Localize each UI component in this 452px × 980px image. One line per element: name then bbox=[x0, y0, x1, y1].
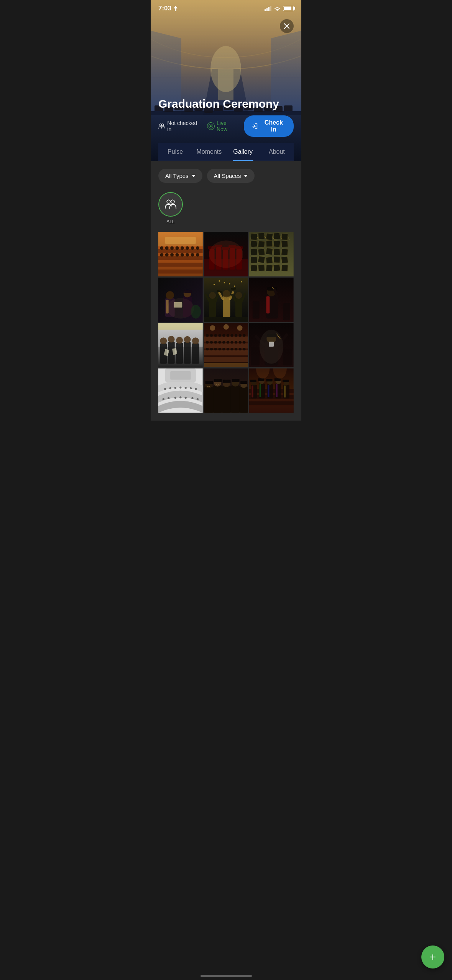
svg-point-52 bbox=[186, 253, 189, 257]
tab-gallery[interactable]: Gallery bbox=[226, 143, 260, 161]
svg-point-173 bbox=[210, 341, 213, 344]
svg-point-128 bbox=[224, 282, 225, 283]
svg-rect-94 bbox=[274, 265, 281, 271]
svg-point-176 bbox=[222, 341, 225, 344]
signal-icon bbox=[265, 6, 271, 11]
photo-item[interactable] bbox=[204, 232, 248, 276]
svg-rect-81 bbox=[251, 249, 257, 255]
svg-point-186 bbox=[222, 348, 225, 350]
svg-rect-112 bbox=[209, 298, 216, 317]
event-title: Graduation Ceremony bbox=[158, 97, 294, 111]
svg-rect-252 bbox=[258, 378, 264, 381]
svg-point-50 bbox=[175, 253, 179, 257]
svg-point-53 bbox=[191, 253, 194, 257]
svg-point-213 bbox=[179, 386, 181, 388]
svg-rect-227 bbox=[222, 386, 231, 413]
svg-point-174 bbox=[214, 341, 217, 344]
svg-rect-204 bbox=[251, 347, 260, 366]
status-bar: 7:03 bbox=[151, 0, 301, 17]
event-meta: Not checked in Live Now Check In bbox=[158, 115, 294, 137]
photo-item[interactable] bbox=[204, 278, 248, 322]
svg-point-183 bbox=[210, 348, 213, 350]
svg-rect-237 bbox=[223, 380, 230, 383]
svg-point-194 bbox=[223, 324, 228, 330]
svg-point-206 bbox=[260, 330, 283, 364]
svg-point-188 bbox=[230, 348, 233, 350]
photo-grid bbox=[158, 232, 294, 413]
svg-point-162 bbox=[206, 334, 209, 337]
svg-point-211 bbox=[169, 387, 171, 389]
spaces-filter[interactable]: All Spaces bbox=[207, 169, 255, 183]
svg-point-168 bbox=[230, 334, 233, 337]
svg-point-41 bbox=[170, 246, 174, 250]
battery-icon bbox=[283, 6, 294, 11]
tab-about[interactable]: About bbox=[260, 143, 294, 161]
svg-point-171 bbox=[243, 334, 245, 337]
svg-point-123 bbox=[235, 292, 242, 299]
svg-point-216 bbox=[195, 388, 197, 390]
svg-rect-82 bbox=[258, 249, 265, 256]
svg-rect-75 bbox=[281, 233, 288, 240]
svg-rect-7 bbox=[218, 69, 233, 100]
svg-rect-229 bbox=[239, 387, 248, 413]
gallery-content: All Types All Spaces ALL bbox=[151, 161, 301, 421]
category-all[interactable]: ALL bbox=[158, 192, 183, 224]
types-filter[interactable]: All Types bbox=[158, 169, 202, 183]
svg-rect-248 bbox=[250, 380, 256, 382]
svg-rect-254 bbox=[268, 385, 269, 397]
svg-rect-139 bbox=[266, 296, 270, 313]
photo-item[interactable] bbox=[249, 368, 294, 413]
svg-point-185 bbox=[218, 348, 221, 350]
svg-rect-205 bbox=[283, 349, 292, 365]
svg-point-180 bbox=[238, 341, 241, 344]
photo-item[interactable] bbox=[158, 323, 203, 367]
svg-point-51 bbox=[181, 253, 184, 257]
svg-point-218 bbox=[168, 397, 169, 399]
svg-rect-140 bbox=[253, 301, 260, 318]
svg-point-132 bbox=[241, 281, 242, 283]
svg-point-127 bbox=[214, 284, 215, 285]
svg-point-32 bbox=[171, 200, 174, 203]
chevron-down-icon bbox=[244, 175, 248, 177]
svg-point-42 bbox=[175, 246, 179, 250]
svg-rect-147 bbox=[184, 342, 191, 364]
svg-point-169 bbox=[235, 334, 237, 337]
svg-rect-77 bbox=[258, 241, 265, 247]
svg-rect-161 bbox=[204, 357, 248, 362]
svg-rect-95 bbox=[281, 265, 288, 271]
tab-moments[interactable]: Moments bbox=[192, 143, 226, 161]
photo-item[interactable] bbox=[249, 278, 294, 322]
svg-rect-246 bbox=[252, 385, 253, 397]
photo-item[interactable] bbox=[158, 368, 203, 413]
svg-point-172 bbox=[206, 341, 209, 344]
svg-rect-122 bbox=[235, 298, 242, 317]
hero-section: 7:03 Gr bbox=[151, 0, 301, 161]
svg-rect-238 bbox=[232, 379, 240, 382]
check-in-status: Not checked in bbox=[158, 120, 202, 132]
svg-point-39 bbox=[160, 246, 163, 250]
check-in-button[interactable]: Check In bbox=[244, 115, 294, 137]
photo-item[interactable] bbox=[158, 278, 203, 322]
photo-item[interactable] bbox=[204, 323, 248, 367]
photo-item[interactable] bbox=[249, 232, 294, 276]
svg-rect-89 bbox=[274, 257, 280, 263]
svg-point-44 bbox=[186, 246, 189, 250]
category-all-circle bbox=[158, 192, 183, 217]
svg-rect-85 bbox=[281, 249, 288, 255]
svg-point-222 bbox=[191, 397, 193, 399]
svg-point-221 bbox=[185, 397, 187, 399]
svg-point-109 bbox=[167, 298, 194, 318]
svg-point-69 bbox=[209, 240, 243, 268]
svg-point-210 bbox=[164, 388, 166, 390]
photo-item[interactable] bbox=[204, 368, 248, 413]
live-status: Live Now bbox=[208, 120, 238, 132]
close-button[interactable] bbox=[280, 19, 294, 33]
category-all-label: ALL bbox=[166, 219, 174, 224]
svg-rect-56 bbox=[165, 237, 196, 244]
tab-pulse[interactable]: Pulse bbox=[158, 143, 192, 161]
svg-point-193 bbox=[210, 326, 215, 331]
photo-item[interactable] bbox=[158, 232, 203, 276]
photo-item[interactable] bbox=[249, 323, 294, 367]
svg-rect-192 bbox=[204, 363, 248, 367]
svg-point-165 bbox=[218, 334, 221, 337]
